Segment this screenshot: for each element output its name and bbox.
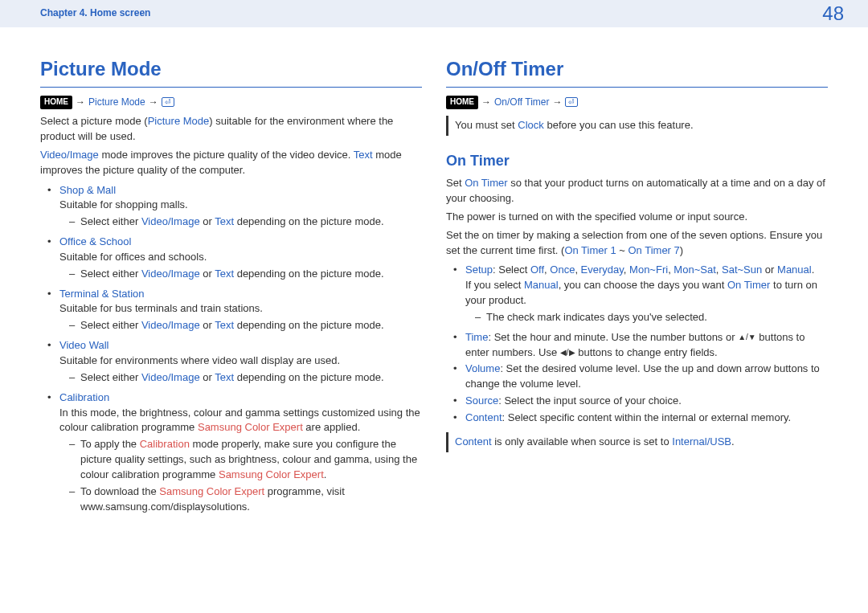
- arrow-icon: →: [552, 96, 562, 109]
- text: or: [200, 268, 215, 280]
- text: Select either: [80, 371, 141, 383]
- picture-mode-term: Picture Mode: [148, 115, 210, 127]
- setup-label: Setup: [465, 264, 493, 276]
- list-item: Office & School Suitable for offices and…: [51, 235, 422, 282]
- enter-icon: ⏎: [565, 97, 578, 107]
- text: To apply the: [80, 438, 140, 450]
- text: .: [324, 468, 327, 480]
- sub-list: Select either Video/Image or Text depend…: [59, 215, 422, 230]
- text: .: [731, 435, 735, 447]
- text: Select either: [80, 319, 141, 331]
- note-clock: You must set Clock before you can use th…: [446, 116, 828, 136]
- on-timer-term: On Timer: [465, 177, 507, 189]
- text: ): [680, 244, 683, 256]
- on-off-timer-nav: HOME → On/Off Timer → ⏎: [446, 96, 828, 109]
- text: or: [200, 215, 215, 227]
- opt-monfri: Mon~Fri: [629, 264, 668, 276]
- video-image-term: Video/Image: [141, 215, 200, 227]
- list-item: Select either Video/Image or Text depend…: [71, 318, 422, 333]
- picture-mode-heading: Picture Mode: [40, 55, 422, 88]
- sub-list: The check mark indicates days you've sel…: [465, 310, 828, 325]
- left-column: Picture Mode HOME → Picture Mode → ⏎ Sel…: [40, 55, 422, 519]
- list-item: Content: Select specific content within …: [457, 411, 828, 426]
- on-timer-heading: On Timer: [446, 150, 828, 171]
- text: ,: [716, 264, 722, 276]
- text: : Select specific content within the int…: [502, 411, 792, 423]
- video-image-term: Video/Image: [141, 268, 200, 280]
- video-image-term: Video/Image: [40, 149, 99, 161]
- text: : Select the input source of your choice…: [498, 394, 682, 407]
- text: You must set: [455, 119, 518, 131]
- nav-picture-mode: Picture Mode: [88, 96, 145, 109]
- text: or: [762, 264, 777, 276]
- samsung-color-expert: Samsung Color Expert: [198, 421, 303, 433]
- text: Suitable for bus terminals and train sta…: [59, 302, 263, 314]
- nav-on-off-timer: On/Off Timer: [494, 96, 549, 109]
- list-item: Video Wall Suitable for environments whe…: [51, 338, 422, 386]
- on-timer7-term: On Timer 7: [628, 244, 680, 256]
- text: Suitable for shopping malls.: [59, 198, 188, 210]
- text: ,: [624, 264, 629, 276]
- text: Suitable for offices and schools.: [59, 251, 207, 263]
- opt-off: Off: [530, 264, 544, 276]
- text-term: Text: [215, 268, 234, 280]
- list-item: To apply the Calibration mode properly, …: [71, 437, 422, 483]
- source-label: Source: [465, 394, 498, 407]
- video-image-term: Video/Image: [141, 371, 200, 383]
- up-down-icon: ▲/▼: [738, 333, 756, 341]
- picture-mode-desc: Video/Image mode improves the picture qu…: [40, 148, 422, 178]
- text: before you can use this feature.: [544, 119, 694, 131]
- list-item: Calibration In this mode, the brightness…: [51, 390, 422, 515]
- arrow-icon: →: [76, 96, 85, 109]
- sub-list: Select either Video/Image or Text depend…: [59, 267, 422, 282]
- text: : Set the desired volume level. Use the …: [465, 362, 820, 390]
- text: .: [812, 264, 815, 276]
- list-item: Select either Video/Image or Text depend…: [71, 215, 422, 230]
- text: depending on the picture mode.: [234, 319, 383, 331]
- note-content: Content is only available when source is…: [446, 432, 828, 452]
- on-timer-term: On Timer: [727, 279, 770, 291]
- arrow-icon: →: [481, 96, 491, 109]
- list-item: Select either Video/Image or Text depend…: [71, 370, 422, 386]
- sub-list: Select either Video/Image or Text depend…: [59, 370, 422, 386]
- page: Chapter 4. Home screen 48 Picture Mode H…: [0, 0, 868, 613]
- text: If you select: [465, 279, 524, 291]
- text: Select either: [80, 215, 141, 227]
- text: or: [200, 319, 215, 331]
- list-item: Setup: Select Off, Once, Everyday, Mon~F…: [457, 263, 828, 325]
- content-label: Content: [465, 411, 502, 423]
- text: depending on the picture mode.: [234, 215, 383, 227]
- text: ~: [616, 244, 628, 256]
- content-columns: Picture Mode HOME → Picture Mode → ⏎ Sel…: [0, 27, 868, 519]
- text: : Select: [493, 264, 530, 276]
- on-timer-p2: The power is turned on with the specifie…: [446, 210, 828, 225]
- on-timer-p1: Set On Timer so that your product turns …: [446, 176, 828, 206]
- shop-mall-title: Shop & Mall: [59, 184, 116, 196]
- office-school-title: Office & School: [59, 235, 131, 247]
- samsung-color-expert: Samsung Color Expert: [219, 468, 324, 480]
- opt-manual: Manual: [524, 279, 559, 291]
- opt-monsat: Mon~Sat: [674, 264, 715, 276]
- picture-mode-list: Shop & Mall Suitable for shopping malls.…: [40, 183, 422, 515]
- text: Set: [446, 177, 465, 189]
- picture-mode-nav: HOME → Picture Mode → ⏎: [40, 96, 422, 109]
- chapter-label: Chapter 4. Home screen: [40, 6, 150, 20]
- opt-manual: Manual: [777, 264, 812, 276]
- volume-label: Volume: [465, 362, 500, 374]
- content-term: Content: [455, 435, 492, 447]
- video-wall-title: Video Wall: [59, 339, 108, 351]
- arrow-icon: →: [149, 96, 158, 109]
- text: are applied.: [303, 421, 361, 433]
- on-timer1-term: On Timer 1: [564, 244, 616, 256]
- list-item: Volume: Set the desired volume level. Us…: [457, 362, 828, 392]
- sub-list: Select either Video/Image or Text depend…: [59, 318, 422, 333]
- clock-term: Clock: [518, 119, 544, 131]
- text: To download the: [80, 485, 159, 497]
- calibration-title: Calibration: [59, 391, 109, 403]
- internal-usb-term: Internal/USB: [672, 435, 731, 447]
- text: , you can choose the days you want: [559, 279, 727, 291]
- home-button-icon: HOME: [446, 96, 478, 109]
- terminal-station-title: Terminal & Station: [59, 288, 145, 300]
- text: depending on the picture mode.: [234, 371, 383, 383]
- on-off-timer-heading: On/Off Timer: [446, 55, 828, 88]
